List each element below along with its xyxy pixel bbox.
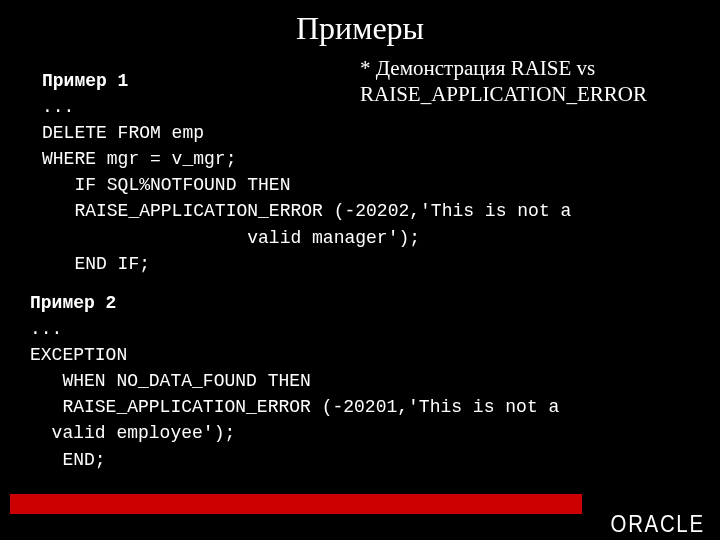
code-line: ... <box>30 319 62 339</box>
code-line: valid employee'); <box>30 423 235 443</box>
code-line: END IF; <box>42 254 150 274</box>
slide-title: Примеры <box>0 0 720 55</box>
code-line: WHEN NO_DATA_FOUND THEN <box>30 371 311 391</box>
code-line: valid manager'); <box>42 228 420 248</box>
example-2-label: Пример 2 <box>30 293 116 313</box>
example-1-label: Пример 1 <box>42 71 128 91</box>
code-line: EXCEPTION <box>30 345 127 365</box>
code-line: WHERE mgr = v_mgr; <box>42 149 236 169</box>
code-line: RAISE_APPLICATION_ERROR (-20201,'This is… <box>30 397 559 417</box>
oracle-logo: ORACLE <box>611 510 705 538</box>
code-line: ... <box>42 97 74 117</box>
code-line: END; <box>30 450 106 470</box>
code-line: IF SQL%NOTFOUND THEN <box>42 175 290 195</box>
example-2-code: Пример 2 ... EXCEPTION WHEN NO_DATA_FOUN… <box>30 290 559 473</box>
example-1-code: Пример 1 ... DELETE FROM emp WHERE mgr =… <box>42 68 571 277</box>
code-line: DELETE FROM emp <box>42 123 204 143</box>
code-line: RAISE_APPLICATION_ERROR (-20202,'This is… <box>42 201 571 221</box>
